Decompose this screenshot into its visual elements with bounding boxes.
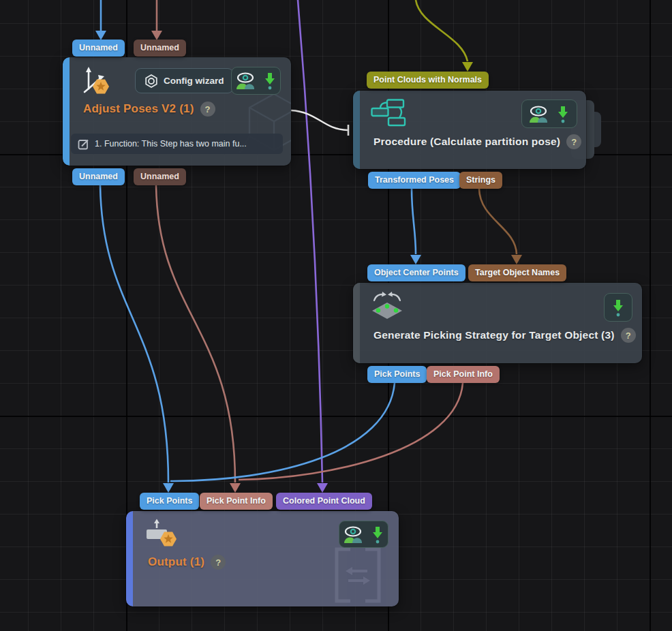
picking-strategy-icon: [371, 291, 403, 321]
io-swap-watermark: [331, 547, 385, 604]
adjust-title-row: Adjust Poses V2 (1) ?: [83, 102, 215, 117]
adjust-accent-bar: [63, 57, 70, 166]
arrowhead-object-center-points: [410, 255, 421, 264]
wire-transformed-poses-to-object-center-points[interactable]: [412, 189, 416, 254]
generate-title-row: Generate Picking Strategy for Target Obj…: [373, 328, 636, 343]
arrowhead-output-colored-point-cloud: [317, 483, 328, 493]
port-output-in-pick-points[interactable]: Pick Points: [140, 493, 199, 510]
output-view-buttons: [339, 521, 388, 548]
download-icon[interactable]: [556, 105, 570, 123]
port-generate-out-pick-points[interactable]: Pick Points: [367, 366, 427, 383]
wire-into-point-clouds-with-normals[interactable]: [416, 0, 468, 61]
output-icon: [145, 518, 178, 549]
port-procedure-out-strings[interactable]: Strings: [459, 172, 502, 189]
arrowhead-point-clouds-with-normals: [462, 62, 473, 72]
config-wizard-button[interactable]: Config wizard: [135, 68, 234, 93]
adjust-help-badge[interactable]: ?: [200, 102, 215, 117]
output-help-badge[interactable]: ?: [211, 555, 226, 570]
port-adjust-out-unnamed-2[interactable]: Unnamed: [134, 168, 186, 185]
adjust-view-buttons: [231, 67, 281, 95]
procedure-view-buttons: [521, 99, 577, 128]
arrowhead-output-pick-points: [163, 483, 174, 493]
wire-adjust-unnamed-to-output-pick-points[interactable]: [100, 185, 168, 482]
node-procedure-calculate-partition-pose[interactable]: Procedure (Calculate partition pose) ?: [353, 91, 586, 169]
procedure-help-badge[interactable]: ?: [566, 134, 581, 149]
port-procedure-in-point-clouds-with-normals[interactable]: Point Clouds with Normals: [367, 72, 489, 89]
port-generate-in-object-center-points[interactable]: Object Center Points: [367, 264, 465, 281]
visualize-eye-icon[interactable]: [343, 525, 363, 544]
node-adjust-poses-v2[interactable]: Config wizard Adjust Poses V2 (1) ? 1.: [63, 57, 291, 166]
wire-generate-pick-point-info-to-output[interactable]: [239, 383, 463, 480]
node-generate-picking-strategy[interactable]: Generate Picking Strategy for Target Obj…: [353, 283, 642, 363]
port-generate-in-target-object-names[interactable]: Target Object Names: [468, 264, 566, 281]
adjust-note[interactable]: 1. Function: This Step has two main fu..…: [71, 134, 283, 154]
adjust-poses-icon: [79, 64, 110, 95]
arrowhead-adjust-unnamed-1: [95, 31, 106, 40]
port-adjust-in-unnamed-1[interactable]: Unnamed: [72, 40, 125, 57]
port-generate-out-pick-point-info[interactable]: Pick Point Info: [427, 366, 500, 383]
adjust-title: Adjust Poses V2 (1): [83, 102, 194, 116]
wire-strings-to-target-object-names[interactable]: [479, 189, 517, 254]
port-adjust-in-unnamed-2[interactable]: Unnamed: [134, 40, 186, 57]
procedure-icon: [371, 99, 406, 127]
wire-generate-pick-points-to-output[interactable]: [170, 383, 395, 481]
wire-adjust-unnamed-to-output-pick-point-info[interactable]: [156, 185, 235, 482]
generate-accent-bar: [353, 283, 360, 363]
port-output-in-colored-point-cloud[interactable]: Colored Point Cloud: [276, 493, 372, 510]
arrowhead-target-object-names: [511, 255, 522, 264]
node-graph-canvas[interactable]: Config wizard Adjust Poses V2 (1) ? 1.: [0, 0, 672, 631]
port-procedure-out-transformed-poses[interactable]: Transformed Poses: [368, 172, 461, 189]
generate-download-button[interactable]: [604, 293, 632, 322]
procedure-title: Procedure (Calculate partition pose): [373, 136, 560, 148]
download-icon[interactable]: [371, 525, 384, 544]
visualize-eye-icon[interactable]: [236, 72, 255, 90]
port-output-in-pick-point-info[interactable]: Pick Point Info: [200, 493, 273, 510]
config-wizard-label: Config wizard: [164, 76, 224, 86]
procedure-accent-bar: [353, 91, 360, 169]
arrowhead-output-pick-point-info: [230, 483, 241, 493]
generate-help-badge[interactable]: ?: [621, 328, 636, 343]
arrowhead-adjust-unnamed-2: [151, 31, 162, 40]
output-accent-bar: [126, 511, 133, 606]
visualize-eye-icon[interactable]: [529, 105, 548, 123]
download-icon[interactable]: [263, 72, 277, 90]
procedure-title-row: Procedure (Calculate partition pose) ?: [373, 134, 581, 149]
wire-adjust-to-procedure[interactable]: [291, 110, 348, 130]
output-title-row: Output (1) ?: [148, 555, 226, 570]
download-icon: [611, 298, 625, 317]
generate-title: Generate Picking Strategy for Target Obj…: [373, 329, 615, 341]
output-title: Output (1): [148, 555, 204, 569]
config-wizard-icon: [144, 74, 158, 88]
node-output[interactable]: Output (1) ?: [126, 511, 399, 606]
edit-note-icon: [78, 138, 89, 150]
adjust-note-text: 1. Function: This Step has two main fu..…: [95, 139, 247, 149]
wire-into-colored-point-cloud[interactable]: [298, 0, 322, 482]
port-adjust-out-unnamed-1[interactable]: Unnamed: [72, 168, 125, 185]
